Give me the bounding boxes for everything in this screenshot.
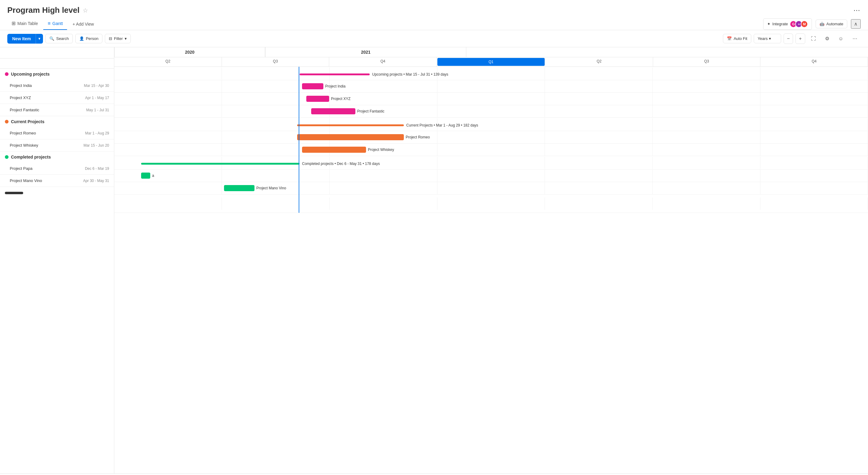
gantt-cell bbox=[330, 170, 437, 182]
task-row-project-fantastic[interactable]: Project Fantastic May 1 - Jul 31 bbox=[0, 104, 114, 116]
gantt-cell bbox=[114, 131, 222, 143]
automate-button[interactable]: 🤖 Automate bbox=[815, 20, 847, 28]
years-chevron-icon: ▾ bbox=[769, 36, 771, 41]
project-fantastic-bar-label: Project Fantastic bbox=[357, 109, 384, 113]
gantt-year-header: 2020 2021 bbox=[114, 47, 868, 57]
gantt-cell bbox=[437, 105, 545, 117]
person-button[interactable]: 👤 Person bbox=[75, 34, 102, 43]
emoji-button[interactable]: ☺ bbox=[835, 33, 847, 44]
gantt-cell bbox=[437, 182, 545, 194]
gantt-row-project-fantastic: Project Fantastic bbox=[114, 105, 868, 118]
automate-label: Automate bbox=[826, 22, 843, 26]
gantt-row-project-papa: a bbox=[114, 170, 868, 182]
current-summary-label: Current Projects • Mar 1 - Aug 29 • 182 … bbox=[406, 123, 478, 127]
gantt-cell bbox=[761, 198, 868, 210]
gantt-row-project-xyz: Project XYZ bbox=[114, 93, 868, 105]
project-india-bar[interactable] bbox=[302, 83, 323, 89]
project-fantastic-bar-container: Project Fantastic bbox=[311, 108, 384, 114]
header-more-button[interactable]: ⋯ bbox=[854, 6, 861, 14]
project-whiskey-bar[interactable] bbox=[302, 147, 366, 153]
favorite-icon[interactable]: ☆ bbox=[83, 7, 88, 14]
toolbar-more-button[interactable]: ⋯ bbox=[849, 33, 861, 44]
add-view-button[interactable]: + Add View bbox=[68, 19, 98, 29]
task-row-project-romeo[interactable]: Project Romeo Mar 1 - Aug 29 bbox=[0, 127, 114, 139]
gantt-row-upcoming-header: Upcoming projects • Mar 15 - Jul 31 • 13… bbox=[114, 67, 868, 80]
search-button[interactable]: 🔍 Search bbox=[45, 34, 72, 43]
task-row-project-xyz[interactable]: Project XYZ Apr 1 - May 17 bbox=[0, 92, 114, 104]
year-2021: 2021 bbox=[265, 47, 466, 57]
project-xyz-bar[interactable] bbox=[306, 96, 329, 102]
scroll-thumb[interactable] bbox=[5, 192, 23, 194]
gantt-cell bbox=[545, 170, 653, 182]
task-dates: Mar 1 - Aug 29 bbox=[85, 131, 109, 136]
gantt-cell bbox=[437, 93, 545, 105]
chevron-down-icon: ▾ bbox=[38, 36, 40, 41]
zoom-out-button[interactable]: − bbox=[783, 33, 793, 44]
new-item-group: New Item ▾ bbox=[7, 34, 43, 43]
tab-gantt-label: Gantt bbox=[53, 21, 63, 26]
person-label: Person bbox=[86, 36, 98, 41]
task-row-project-papa[interactable]: Project Papa Dec 6 - Mar 19 bbox=[0, 162, 114, 175]
project-papa-bar[interactable] bbox=[141, 173, 150, 179]
gantt-body: Upcoming projects • Mar 15 - Jul 31 • 13… bbox=[114, 67, 868, 213]
zoom-in-button[interactable]: + bbox=[796, 33, 805, 44]
auto-fit-label: Auto Fit bbox=[734, 36, 747, 41]
task-dates: May 1 - Jul 31 bbox=[86, 108, 109, 112]
task-row-project-india[interactable]: Project India Mar 15 - Apr 30 bbox=[0, 80, 114, 92]
gantt-cell bbox=[653, 198, 760, 210]
year-row-spacer bbox=[0, 47, 114, 59]
gantt-cell bbox=[653, 67, 760, 80]
tab-main-table[interactable]: ⊞ Main Table bbox=[7, 18, 42, 30]
task-name: Project Mano Vino bbox=[10, 178, 83, 183]
gantt-grid: 2020 2021 Q2 Q3 Q4 Q1 Q2 Q3 Q4 bbox=[114, 47, 868, 213]
gantt-cell bbox=[114, 93, 222, 105]
task-dates: Apr 1 - May 17 bbox=[85, 96, 109, 100]
gantt-cell bbox=[330, 198, 437, 210]
settings-button[interactable]: ⚙ bbox=[822, 33, 833, 44]
project-fantastic-bar[interactable] bbox=[311, 108, 355, 114]
auto-fit-button[interactable]: 📅 Auto Fit bbox=[723, 34, 751, 43]
gantt-cell bbox=[761, 80, 868, 92]
quarter-2021-q1: Q1 bbox=[437, 58, 545, 66]
gantt-cell bbox=[114, 118, 222, 130]
task-row-project-mano-vino[interactable]: Project Mano Vino Apr 30 - May 31 bbox=[0, 175, 114, 187]
gantt-area[interactable]: 2020 2021 Q2 Q3 Q4 Q1 Q2 Q3 Q4 bbox=[114, 47, 868, 473]
filter-button[interactable]: ⊟ Filter ▾ bbox=[105, 34, 131, 43]
gantt-row-project-romeo: Project Romeo bbox=[114, 131, 868, 144]
project-mano-vino-bar[interactable] bbox=[224, 185, 254, 191]
tab-gantt[interactable]: ≡ Gantt bbox=[43, 18, 67, 30]
gantt-cell bbox=[114, 144, 222, 156]
collapse-button[interactable]: ∧ bbox=[851, 19, 861, 29]
completed-group-label: Completed projects bbox=[11, 155, 51, 159]
new-item-button[interactable]: New Item bbox=[7, 34, 36, 43]
current-group-label: Current Projects bbox=[11, 119, 44, 124]
integrate-icon: ✦ bbox=[767, 22, 771, 26]
completed-dot bbox=[5, 155, 8, 159]
gantt-cell bbox=[222, 170, 330, 182]
years-selector[interactable]: Years ▾ bbox=[754, 34, 781, 43]
integrate-button[interactable]: ✦ Integrate G + M bbox=[763, 18, 812, 30]
gantt-quarter-header: Q2 Q3 Q4 Q1 Q2 Q3 Q4 bbox=[114, 57, 868, 67]
gantt-cell bbox=[653, 170, 760, 182]
new-item-dropdown-button[interactable]: ▾ bbox=[36, 34, 43, 43]
automate-icon: 🤖 bbox=[819, 22, 825, 26]
gantt-cell bbox=[653, 105, 760, 117]
gantt-cell bbox=[437, 198, 545, 210]
gantt-cell bbox=[761, 157, 868, 169]
project-mano-vino-bar-label: Project Mano Vino bbox=[256, 186, 286, 190]
gantt-cell bbox=[545, 182, 653, 194]
task-name: Project India bbox=[10, 83, 84, 88]
project-romeo-bar[interactable] bbox=[297, 134, 404, 140]
current-summary: Current Projects • Mar 1 - Aug 29 • 182 … bbox=[297, 123, 478, 127]
gantt-cell bbox=[114, 170, 222, 182]
project-whiskey-bar-container: Project Whiskey bbox=[302, 147, 394, 153]
gantt-cell bbox=[545, 105, 653, 117]
legend: Completed proje... Current Projects Upco… bbox=[0, 473, 868, 475]
quarter-2020-q4: Q4 bbox=[329, 57, 437, 66]
gantt-cell bbox=[653, 80, 760, 92]
filter-chevron-icon: ▾ bbox=[125, 36, 127, 41]
toolbar-right: 📅 Auto Fit Years ▾ − + ⛶ ⚙ ☺ ⋯ bbox=[723, 33, 861, 44]
expand-button[interactable]: ⛶ bbox=[808, 33, 819, 44]
task-row-project-whiskey[interactable]: Project Whiskey Mar 15 - Jun 20 bbox=[0, 139, 114, 151]
upcoming-summary: Upcoming projects • Mar 15 - Jul 31 • 13… bbox=[300, 72, 448, 77]
